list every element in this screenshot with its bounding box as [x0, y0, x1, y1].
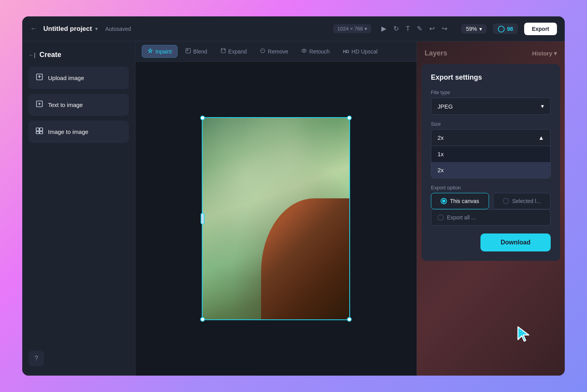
sidebar-item-upload[interactable]: Upload image	[28, 67, 129, 89]
sidebar-item-image-to-image-label: Image to image	[48, 128, 88, 135]
sidebar-item-text-to-image[interactable]: Text to image	[28, 94, 129, 116]
expand-label: Expand	[228, 48, 247, 55]
select-tool-icon[interactable]: ▶	[381, 25, 386, 33]
inpaint-label: Inpaint	[155, 48, 172, 55]
cursor-pointer	[514, 325, 534, 344]
file-type-label: File type	[431, 89, 551, 95]
this-canvas-label: This canvas	[450, 198, 479, 204]
export-button[interactable]: Export	[524, 23, 557, 35]
inpaint-tool-button[interactable]: Inpaint	[142, 45, 178, 58]
text-to-image-icon	[36, 100, 43, 110]
sidebar-item-upload-label: Upload image	[48, 75, 84, 81]
canvas-toolbar: Inpaint Blend Expand	[135, 41, 416, 62]
export-options-row: This canvas Selected l...	[431, 193, 551, 209]
sidebar-back-icon: ←|	[28, 52, 36, 58]
credits-count: 98	[507, 26, 513, 32]
canvas-image	[202, 117, 350, 320]
image-to-image-icon	[36, 127, 43, 137]
sidebar: ←| Create Upload image Text to image Im	[22, 41, 135, 376]
project-title-button[interactable]: Untitled project ▾	[43, 25, 98, 33]
retouch-tool-button[interactable]: Retouch	[296, 45, 335, 57]
redo-icon[interactable]: ↪	[442, 25, 447, 33]
export-option-section: Export option This canvas Selected l...	[431, 185, 551, 226]
size-section: Size 2x ▲ 1x 2x	[431, 121, 551, 178]
export-all-label: Export all ...	[447, 214, 476, 221]
help-button[interactable]: ?	[28, 351, 44, 366]
svg-marker-13	[518, 327, 529, 341]
sidebar-item-text-to-image-label: Text to image	[48, 102, 83, 108]
remove-tool-button[interactable]: Remove	[254, 45, 294, 57]
size-dropdown: 1x 2x	[431, 146, 551, 178]
size-chevron-icon: ▲	[538, 134, 544, 141]
right-panel-header: Layers History ▾	[417, 41, 565, 57]
file-type-section: File type JPEG ▾	[431, 89, 551, 115]
retouch-label: Retouch	[309, 48, 329, 55]
blend-tool-button[interactable]: Blend	[180, 45, 213, 57]
file-type-chevron-icon: ▾	[541, 103, 544, 110]
project-chevron-icon: ▾	[95, 26, 98, 32]
cursor-svg	[514, 325, 534, 344]
export-settings-panel: Export settings File type JPEG ▾ Size 2x…	[422, 64, 560, 261]
export-option-label: Export option	[431, 185, 551, 191]
header: ← Untitled project ▾ Autosaved 1024 × 76…	[22, 16, 565, 41]
download-row: Download	[431, 233, 551, 251]
remove-label: Remove	[268, 48, 288, 55]
svg-rect-4	[40, 128, 43, 131]
inpaint-icon	[148, 48, 153, 55]
upscal-tool-button[interactable]: HD HD Upscal	[338, 46, 383, 57]
selected-label: Selected l...	[512, 198, 541, 204]
right-panel: Layers History ▾ Export settings File ty…	[416, 41, 565, 376]
project-name: Untitled project	[43, 25, 92, 33]
sidebar-title: ←| Create	[28, 51, 129, 59]
this-canvas-radio	[441, 198, 447, 204]
expand-icon	[221, 48, 226, 55]
upload-icon	[36, 73, 43, 83]
size-value: 2x	[438, 134, 444, 141]
file-type-select[interactable]: JPEG ▾	[431, 98, 551, 115]
svg-rect-3	[36, 128, 39, 131]
selected-radio	[503, 198, 509, 204]
svg-rect-6	[40, 132, 43, 134]
sidebar-item-image-to-image[interactable]: Image to image	[28, 121, 129, 143]
canvas-area: Inpaint Blend Expand	[135, 41, 416, 376]
back-button[interactable]: ←	[30, 25, 37, 33]
expand-tool-button[interactable]: Expand	[215, 45, 252, 57]
rotate-tool-icon[interactable]: ↻	[393, 25, 399, 33]
size-select[interactable]: 2x ▲	[431, 129, 551, 146]
blend-label: Blend	[193, 48, 207, 55]
text-tool-icon[interactable]: T	[406, 25, 410, 33]
download-button[interactable]: Download	[480, 233, 551, 251]
export-settings-title: Export settings	[431, 73, 551, 82]
retouch-icon	[301, 48, 307, 55]
history-label: History	[532, 50, 552, 57]
size-option-1x[interactable]: 1x	[431, 146, 550, 162]
credits-display: ◯ 98	[493, 23, 518, 34]
canvas-size-selector[interactable]: 1024 × 768 ▾	[333, 24, 371, 33]
header-tools: ▶ ↻ T ✎ ↩ ↪	[381, 25, 447, 33]
canvas-workspace[interactable]	[135, 62, 416, 376]
layers-title: Layers	[425, 49, 447, 57]
help-icon: ?	[35, 355, 38, 362]
selected-button[interactable]: Selected l...	[493, 193, 551, 209]
hd-icon: HD	[343, 49, 349, 54]
credits-icon: ◯	[498, 25, 505, 32]
svg-rect-5	[36, 132, 39, 134]
this-canvas-button[interactable]: This canvas	[431, 193, 489, 209]
export-all-button[interactable]: Export all ...	[431, 209, 551, 226]
autosaved-status: Autosaved	[105, 26, 131, 32]
pen-tool-icon[interactable]: ✎	[417, 25, 422, 33]
zoom-selector[interactable]: 59% ▾	[461, 24, 487, 34]
svg-point-12	[304, 50, 305, 52]
canvas-size-chevron-icon: ▾	[365, 26, 367, 32]
history-button[interactable]: History ▾	[532, 50, 557, 57]
size-option-2x[interactable]: 2x	[431, 162, 550, 178]
zoom-level: 59%	[466, 26, 477, 32]
canvas-image-container	[202, 117, 350, 320]
upscal-label: HD Upscal	[352, 48, 378, 55]
main-layout: ←| Create Upload image Text to image Im	[22, 41, 565, 376]
app-window: ← Untitled project ▾ Autosaved 1024 × 76…	[22, 16, 565, 376]
export-all-radio	[438, 214, 444, 221]
canvas-size-label: 1024 × 768	[337, 26, 363, 32]
undo-icon[interactable]: ↩	[429, 25, 435, 33]
zoom-chevron-icon: ▾	[479, 26, 482, 32]
